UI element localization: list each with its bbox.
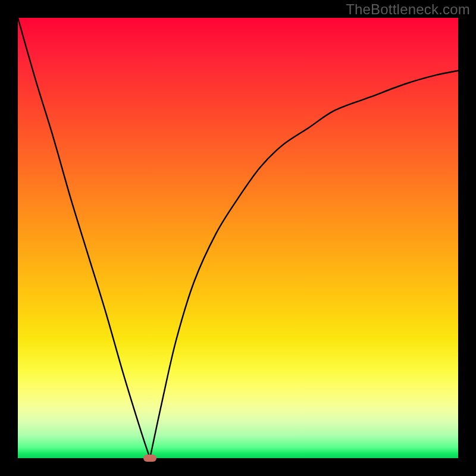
watermark-text: TheBottleneck.com xyxy=(346,1,470,18)
plot-background-gradient xyxy=(18,18,458,458)
chart-frame: TheBottleneck.com xyxy=(0,0,476,476)
